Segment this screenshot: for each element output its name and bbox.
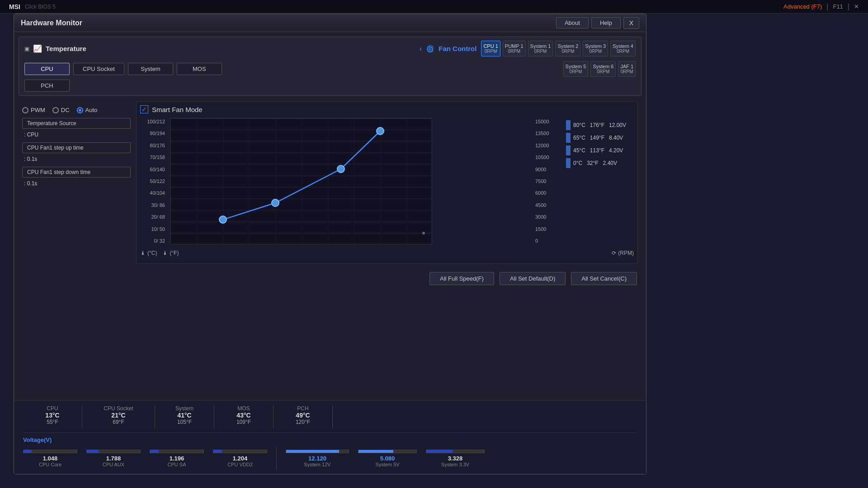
help-button[interactable]: Help xyxy=(591,17,621,28)
brand-logo: MSI xyxy=(9,3,20,10)
legend-item-2: 65°C 149°F 8.40V xyxy=(566,133,634,143)
curve-ref-dot xyxy=(422,232,425,235)
fan-btn-sys4[interactable]: System 40RPM xyxy=(610,41,636,56)
step-up-box[interactable]: CPU Fan1 step up time xyxy=(22,142,131,153)
fan-control-title: Fan Control xyxy=(439,45,476,52)
y-axis-right-0: 0 xyxy=(535,238,558,244)
fan-btn-sys1[interactable]: System 10RPM xyxy=(528,41,553,56)
mode-pwm[interactable]: PWM xyxy=(22,107,45,113)
close-top[interactable]: ✕ xyxy=(854,3,859,10)
curve-point-2 xyxy=(272,199,279,206)
y-axis-right-9: 13500 xyxy=(535,131,558,136)
close-button[interactable]: X xyxy=(623,17,639,29)
fan-btn-cpu1[interactable]: CPU 10RPM xyxy=(481,41,500,56)
y-axis-label-1: 10/ 50 xyxy=(140,226,165,232)
smart-fan-checkbox[interactable]: ✓ xyxy=(140,105,148,113)
graph-area: ✓ Smart Fan Mode 100/212 90/194 80/176 7… xyxy=(136,101,638,264)
smart-fan-label: Smart Fan Mode xyxy=(152,106,203,113)
temp-source-value: : CPU xyxy=(22,131,131,138)
f11-label: F11 xyxy=(833,3,843,10)
voltage-sys-12v: 12.120 System 12V xyxy=(286,450,349,467)
mode-dc[interactable]: DC xyxy=(52,107,70,113)
fan-btn-sys3[interactable]: System 30RPM xyxy=(583,41,608,56)
temp-f-unit[interactable]: 🌡(°F) xyxy=(162,250,179,256)
about-button[interactable]: About xyxy=(556,17,589,28)
app-tagline: Click BIOS 5 xyxy=(25,4,56,10)
fan-detail-area: PWM DC Auto Temperature Source : CPU CPU… xyxy=(19,101,642,264)
temperature-section: ▣ 📈 Temperature ‹ 🌀 Fan Control CPU 10RP… xyxy=(19,37,642,96)
y-axis-label-5: 50/122 xyxy=(140,178,165,184)
mode-auto[interactable]: Auto xyxy=(77,107,98,113)
hardware-monitor-window: Hardware Monitor About Help X ▣ 📈 Temper… xyxy=(14,14,646,474)
temp-source-box[interactable]: Temperature Source xyxy=(22,118,131,129)
stat-pch: PCH 49°C 120°F xyxy=(274,405,332,428)
y-axis-label-10: 100/212 xyxy=(140,119,165,124)
fan-btn-jaf1[interactable]: JAF 10RPM xyxy=(618,61,636,77)
voltage-row: 1.048 CPU Core 1.788 CPU AUX 1.196 xyxy=(23,447,637,469)
y-axis-label-2: 20/ 68 xyxy=(140,214,165,220)
temp-btn-cpu-socket[interactable]: CPU Socket xyxy=(73,63,124,75)
y-axis-label-6: 60/140 xyxy=(140,167,165,172)
section-title: Temperature xyxy=(46,45,86,52)
stat-mos: MOS 43°C 109°F xyxy=(214,405,273,428)
bottom-stats: CPU 13°C 55°F CPU Socket 21°C 69°F Syste… xyxy=(14,400,646,474)
stat-cpu: CPU 13°C 55°F xyxy=(23,405,82,428)
stat-system: System 41°C 105°F xyxy=(155,405,214,428)
step-down-box[interactable]: CPU Fan1 step down time xyxy=(22,167,131,178)
y-axis-label-9: 90/194 xyxy=(140,131,165,136)
curve-point-1 xyxy=(219,216,226,223)
y-axis-label-4: 40/104 xyxy=(140,190,165,196)
y-axis-right-1: 1500 xyxy=(535,226,558,232)
fan-btn-pump1[interactable]: PUMP 10RPM xyxy=(503,41,526,56)
voltage-section: Voltage(V) 1.048 CPU Core 1.788 CPU A xyxy=(23,436,637,469)
all-set-cancel-btn[interactable]: All Set Cancel(C) xyxy=(571,272,637,285)
fan-btn-sys5[interactable]: System 50RPM xyxy=(563,61,589,77)
fan-icon: 🌀 xyxy=(426,45,434,52)
y-axis-label-8: 80/176 xyxy=(140,143,165,148)
fan-btn-sys6[interactable]: System 60RPM xyxy=(590,61,616,77)
temp-btn-system[interactable]: System xyxy=(128,63,173,75)
bottom-buttons: All Full Speed(F) All Set Default(D) All… xyxy=(19,272,642,285)
temp-btn-pch[interactable]: PCH xyxy=(24,80,70,92)
curve-point-4 xyxy=(377,127,384,135)
temp-c-unit[interactable]: 🌡(°C) xyxy=(140,250,157,256)
voltage-cpu-vdd2: 1.204 CPU VDD2 xyxy=(213,450,267,467)
left-panel: PWM DC Auto Temperature Source : CPU CPU… xyxy=(22,101,131,264)
graph-footer: 🌡(°C) 🌡(°F) ⟳(RPM) xyxy=(140,250,634,256)
collapse-icon[interactable]: ▣ xyxy=(24,46,29,52)
step-down-value: : 0.1s xyxy=(22,180,131,187)
legend-item-3: 45°C 113°F 4.20V xyxy=(566,145,634,155)
window-title: Hardware Monitor xyxy=(21,19,553,27)
y-axis-right-6: 9000 xyxy=(535,167,558,172)
y-axis-label-0: 0/ 32 xyxy=(140,238,165,244)
y-axis-right-10: 15000 xyxy=(535,119,558,124)
temp-icon: 📈 xyxy=(33,44,42,53)
legend-item-1: 80°C 176°F 12.00V xyxy=(566,120,634,130)
y-axis-right-3: 4500 xyxy=(535,202,558,208)
fan-btn-sys2[interactable]: System 20RPM xyxy=(555,41,580,56)
y-axis-label-3: 30/ 86 xyxy=(140,202,165,208)
temp-btn-mos[interactable]: MOS xyxy=(177,63,222,75)
voltage-cpu-core: 1.048 CPU Core xyxy=(23,450,77,467)
voltage-cpu-aux: 1.788 CPU AUX xyxy=(86,450,141,467)
step-up-value: : 0.1s xyxy=(22,156,131,162)
y-axis-right-4: 6000 xyxy=(535,190,558,196)
y-axis-right-2: 3000 xyxy=(535,214,558,220)
fan-curve-graph[interactable] xyxy=(170,118,432,244)
legend-item-4: 0°C 32°F 2.40V xyxy=(566,158,634,168)
fan-nav-arrow[interactable]: ‹ xyxy=(420,45,422,53)
all-full-speed-btn[interactable]: All Full Speed(F) xyxy=(429,272,494,285)
y-axis-label-7: 70/158 xyxy=(140,155,165,160)
advanced-label[interactable]: Advanced (F7) xyxy=(783,3,822,10)
voltage-sys-5v: 5.080 System 5V xyxy=(358,450,417,467)
voltage-cpu-sa: 1.196 CPU SA xyxy=(150,450,204,467)
svg-rect-0 xyxy=(170,118,432,244)
voltage-title: Voltage(V) xyxy=(23,436,637,443)
y-axis-right-7: 10500 xyxy=(535,155,558,160)
curve-point-3 xyxy=(337,165,344,173)
y-axis-right-5: 7500 xyxy=(535,178,558,184)
rpm-unit: ⟳(RPM) xyxy=(612,250,634,256)
temp-btn-cpu[interactable]: CPU xyxy=(24,63,70,75)
all-set-default-btn[interactable]: All Set Default(D) xyxy=(500,272,566,285)
y-axis-right-8: 12000 xyxy=(535,143,558,148)
